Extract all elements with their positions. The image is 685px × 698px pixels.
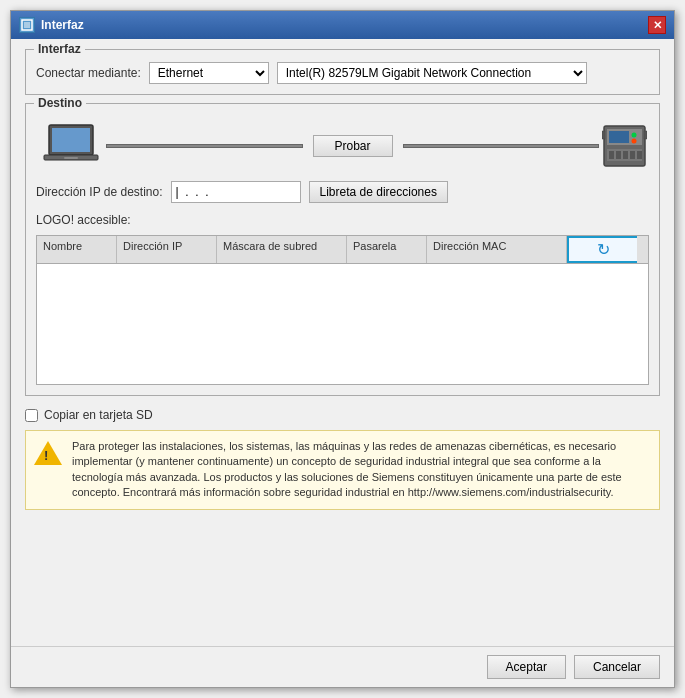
warning-icon <box>34 441 62 469</box>
plc-svg <box>602 121 647 171</box>
title-bar-left: Interfaz <box>19 17 84 33</box>
svg-rect-17 <box>602 131 605 139</box>
table-header: Nombre Dirección IP Máscara de subred Pa… <box>37 236 648 264</box>
connection-line <box>106 144 303 148</box>
th-pasarela: Pasarela <box>347 236 427 263</box>
connection-line-2 <box>403 144 600 148</box>
interfaz-group-title: Interfaz <box>34 42 85 56</box>
logo-accesible-label: LOGO! accesible: <box>36 213 131 227</box>
laptop-svg <box>41 121 101 171</box>
probar-button[interactable]: Probar <box>313 135 393 157</box>
th-ip: Dirección IP <box>117 236 217 263</box>
libreta-button[interactable]: Libreta de direcciones <box>309 181 448 203</box>
logo-table: Nombre Dirección IP Máscara de subred Pa… <box>36 235 649 385</box>
cancelar-button[interactable]: Cancelar <box>574 655 660 679</box>
interfaz-row: Conectar mediante: Ethernet Wi-Fi USB In… <box>36 62 649 84</box>
aceptar-button[interactable]: Aceptar <box>487 655 566 679</box>
destino-content: Probar <box>36 118 649 385</box>
svg-rect-15 <box>630 151 635 159</box>
warning-box: Para proteger las instalaciones, los sis… <box>25 430 660 510</box>
svg-point-9 <box>631 132 636 137</box>
laptop-icon <box>36 118 106 173</box>
svg-rect-1 <box>24 22 30 28</box>
plc-icon <box>599 118 649 173</box>
title-bar: Interfaz ✕ <box>11 11 674 39</box>
copiar-sd-label: Copiar en tarjeta SD <box>44 408 153 422</box>
th-mascara: Máscara de subred <box>217 236 347 263</box>
adapter-dropdown[interactable]: Intel(R) 82579LM Gigabit Network Connect… <box>277 62 587 84</box>
svg-point-10 <box>631 138 636 143</box>
svg-rect-13 <box>616 151 621 159</box>
refresh-button[interactable]: ↻ <box>567 236 637 263</box>
warning-text: Para proteger las instalaciones, los sis… <box>72 439 651 501</box>
th-nombre: Nombre <box>37 236 117 263</box>
table-body <box>37 264 648 384</box>
th-mac: Dirección MAC <box>427 236 567 263</box>
svg-rect-16 <box>637 151 642 159</box>
window-title: Interfaz <box>41 18 84 32</box>
interfaz-group: Interfaz Conectar mediante: Ethernet Wi-… <box>25 49 660 95</box>
destino-group: Destino <box>25 103 660 396</box>
main-content: Interfaz Conectar mediante: Ethernet Wi-… <box>11 39 674 646</box>
window-icon <box>19 17 35 33</box>
svg-rect-14 <box>623 151 628 159</box>
footer: Aceptar Cancelar <box>11 646 674 687</box>
svg-rect-8 <box>609 131 629 143</box>
svg-rect-3 <box>52 128 90 152</box>
ethernet-dropdown[interactable]: Ethernet Wi-Fi USB <box>149 62 269 84</box>
conectar-label: Conectar mediante: <box>36 66 141 80</box>
device-row: Probar <box>36 118 649 173</box>
warning-triangle <box>34 441 62 465</box>
main-window: Interfaz ✕ Interfaz Conectar mediante: E… <box>10 10 675 688</box>
ip-row: Dirección IP de destino: Libreta de dire… <box>36 181 649 203</box>
copiar-sd-checkbox[interactable] <box>25 409 38 422</box>
refresh-icon: ↻ <box>597 240 610 259</box>
svg-rect-18 <box>644 131 647 139</box>
ip-label: Dirección IP de destino: <box>36 185 163 199</box>
svg-rect-5 <box>64 157 78 159</box>
destino-group-title: Destino <box>34 96 86 110</box>
ip-input[interactable] <box>171 181 301 203</box>
checkbox-row: Copiar en tarjeta SD <box>25 408 660 422</box>
svg-rect-12 <box>609 151 614 159</box>
close-button[interactable]: ✕ <box>648 16 666 34</box>
